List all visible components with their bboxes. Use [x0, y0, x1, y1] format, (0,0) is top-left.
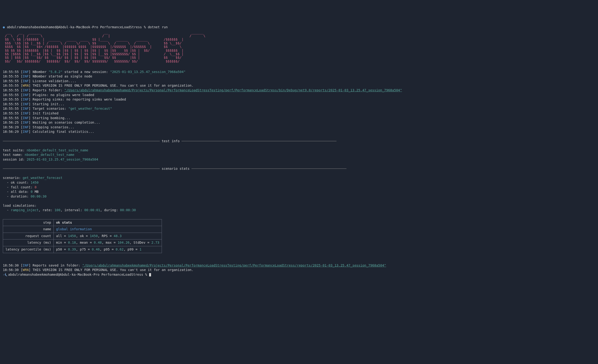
prompt-cwd: PerformanceLoadStress [101, 273, 143, 276]
label: p50 = [56, 247, 68, 251]
rule: ────────────────────────────────────────… [3, 167, 160, 170]
table-header-row: step ok stats [3, 219, 162, 226]
all-value: 1450 [68, 234, 76, 238]
label: - fail count: [3, 185, 35, 189]
log-line: 18:56:30 [WRN] THIS VERSION IS FREE ONLY… [3, 268, 193, 272]
test-suite-value: nbomber_default_test_suite_name [27, 148, 88, 152]
log-text: started a new session: [62, 70, 110, 74]
log-text: THIS VERSION IS FREE ONLY FOR PERSONAL U… [33, 268, 193, 272]
p75-value: 0.46 [92, 247, 100, 251]
log-text: Target scenarios: [33, 107, 68, 110]
stats-table: step ok stats name global information re… [3, 219, 162, 253]
label: , during: [100, 208, 120, 212]
log-ts: 18:55:55 [3, 79, 19, 83]
interval-value: 00:00:01 [84, 208, 100, 212]
log-level-inf: INF [23, 116, 28, 120]
log-level-inf: INF [23, 102, 28, 106]
duration-line: - duration: 00:00:30 [3, 194, 46, 198]
rate-value: 100 [54, 208, 60, 212]
label: , max = [102, 241, 117, 244]
session-id: "2025-01-03_13.25.47_session_7968a504" [110, 70, 185, 74]
log-line: 18:55:55 [WRN] THIS VERSION IS FREE ONLY… [3, 84, 193, 87]
session-id-value: 2025-01-03_13.25.47_session_7968a504 [27, 158, 98, 161]
label: - all data: [3, 190, 31, 194]
log-level-inf: INF [23, 130, 28, 133]
stddev-value: 2.73 [151, 241, 159, 244]
log-ts: 18:55:55 [3, 93, 19, 97]
table-row: latency percentile (ms) p50 = 0.39, p75 … [3, 246, 162, 253]
log-text: Stopping scenarios... [33, 125, 74, 129]
label: test name: [3, 153, 25, 157]
log-ts: 18:55:55 [3, 88, 19, 92]
log-line: 18:55:55 [INF] Target scenarios: "get_we… [3, 107, 112, 110]
log-level-inf: INF [23, 111, 28, 115]
log-text: NBomber [33, 70, 48, 74]
log-ts: 18:55:55 [3, 97, 19, 101]
log-line: 18:55:55 [INF] Plugins: no plugins were … [3, 93, 94, 97]
fail-count-value: 0 [35, 185, 36, 189]
row-label-latency: latency (ms) [3, 239, 54, 246]
log-ts: 18:55:55 [3, 70, 19, 74]
p50-value: 0.39 [68, 247, 76, 251]
log-line: 18:56:25 [INF] Waiting on scenarios comp… [3, 121, 100, 124]
section-title-scenario-stats: scenario stats [160, 167, 191, 170]
prompt-line-2[interactable]: ✧⏾abdulrahmanshabeekmohamed@Abdul-ka-Mac… [3, 273, 151, 276]
cursor-icon [149, 273, 151, 276]
scenario-name: get_weather_forecast [23, 176, 62, 180]
table-row: request count all = 1450, ok = 1450, RPS… [3, 233, 162, 239]
log-level-inf: INF [23, 93, 28, 97]
fail-count-line: - fail count: 0 [3, 185, 36, 189]
log-level-inf: INF [23, 121, 28, 124]
row-label-latency-percentile: latency percentile (ms) [3, 246, 54, 253]
mean-value: 0.48 [94, 241, 102, 244]
reports-folder-path[interactable]: "/Users/abdulrahmanshabeekmohamed/Projec… [64, 88, 402, 92]
ok-count-line: - ok count: 1450 [3, 181, 39, 184]
label: , p75 = [76, 247, 92, 251]
log-level-inf: INF [23, 97, 28, 101]
log-line: 18:56:29 [INF] Calculating final statist… [3, 130, 94, 133]
nbomber-ascii-logo: __ __ ______ __ ______ / \ / | / \ / | / [3, 31, 595, 63]
col-ok-stats: ok stats [53, 219, 162, 226]
during-value: 00:00:30 [120, 208, 136, 212]
log-text: Reporting sinks: no reporting sinks were… [33, 97, 126, 101]
label: - ok count: [3, 181, 31, 184]
target-scenario: "get_weather_forecast" [68, 107, 112, 110]
rps-value: 48.3 [114, 234, 122, 238]
log-text: Reports folder: [33, 88, 64, 92]
log-level-inf: INF [23, 263, 28, 267]
p95-value: 0.62 [116, 247, 124, 251]
terminal-output[interactable]: ● abdulrahmanshabeekmohamed@Abdul-ka-Mac… [3, 20, 595, 277]
log-level-inf: INF [23, 88, 28, 92]
label: scenario: [3, 176, 23, 180]
reports-saved-path[interactable]: "/Users/abdulrahmanshabeekmohamed/Projec… [82, 263, 386, 267]
prompt-sep: % [145, 273, 147, 276]
label: , rate: [39, 208, 54, 212]
table-row: latency (ms) min = 0.18, mean = 0.48, ma… [3, 239, 162, 246]
label: min = [56, 241, 68, 244]
label: , RPS = [98, 234, 114, 238]
log-line: 18:56:29 [INF] Stopping scenarios... [3, 125, 75, 129]
bullet: - [3, 208, 11, 212]
log-ts: 18:55:55 [3, 116, 19, 120]
label: , p95 = [100, 247, 116, 251]
log-line: 18:55:55 [INF] NBomber "5.8.2" started a… [3, 70, 186, 74]
duration-value: 00:00:30 [31, 194, 46, 198]
label: , StdDev = [130, 241, 151, 244]
prompt-sep: % [144, 25, 146, 29]
log-text: Plugins: no plugins were loaded [33, 93, 94, 97]
label: session id: [3, 158, 27, 161]
log-level-inf: INF [23, 79, 28, 83]
rule: ────────────────────────────────────────… [3, 139, 160, 143]
row-label-request-count: request count [3, 233, 54, 239]
label: all = [56, 234, 68, 238]
log-text: Reports saved in folder: [33, 263, 82, 267]
label: , interval: [60, 208, 84, 212]
command-text: dotnet run [148, 25, 167, 29]
log-text: Starting bombing... [33, 116, 70, 120]
label: , ok = [76, 234, 90, 238]
log-text: Init finished [33, 111, 58, 115]
log-ts: 18:56:30 [3, 263, 19, 267]
log-level-inf: INF [23, 74, 28, 78]
label: , p99 = [124, 247, 139, 251]
col-step: step [3, 219, 54, 226]
